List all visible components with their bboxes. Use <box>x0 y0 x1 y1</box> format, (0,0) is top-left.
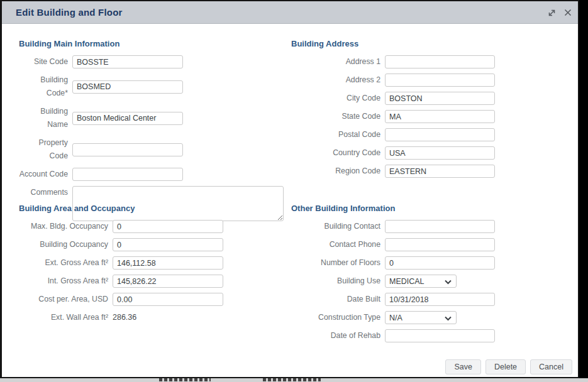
field-label: Building Contact <box>291 220 385 233</box>
field-label: Building Occupancy <box>19 238 113 251</box>
address-2-input[interactable] <box>385 74 495 87</box>
chevron-down-icon <box>445 276 452 287</box>
field-region-code: Region Code <box>291 165 499 178</box>
section-building-main-information: Building Main Information Site Code Buil… <box>19 39 286 226</box>
field-label: Property Code <box>19 136 72 163</box>
max-bldg-occupancy-input[interactable] <box>113 220 223 233</box>
field-label: Address 2 <box>291 74 385 87</box>
dialog-title: Edit Building and Floor <box>16 7 123 18</box>
edit-building-dialog: Edit Building and Floor <box>0 0 579 378</box>
field-number-of-floors: Number of Floors <box>291 256 499 270</box>
date-built-input[interactable] <box>385 293 495 306</box>
field-account-code: Account Code <box>19 168 286 181</box>
field-max-bldg-occupancy: Max. Bldg. Occupancy <box>19 220 286 233</box>
field-building-name: Building Name <box>19 105 286 131</box>
state-code-input[interactable] <box>385 110 495 123</box>
building-name-input[interactable] <box>72 112 183 125</box>
field-date-built: Date Built <box>291 293 499 306</box>
field-label: Max. Bldg. Occupancy <box>19 220 113 233</box>
field-label: Country Code <box>291 146 385 160</box>
field-label: Ext. Wall Area ft² <box>19 311 113 324</box>
city-code-input[interactable] <box>385 92 495 105</box>
field-building-occupancy: Building Occupancy <box>19 238 286 251</box>
building-use-value: MEDICAL <box>389 277 424 286</box>
save-button[interactable]: Save <box>445 359 481 374</box>
country-code-input[interactable] <box>385 146 495 160</box>
account-code-input[interactable] <box>72 168 183 181</box>
building-use-select[interactable]: MEDICAL <box>385 275 457 288</box>
field-property-code: Property Code <box>19 136 286 163</box>
address-1-input[interactable] <box>385 55 495 68</box>
field-construction-type: Construction Type N/A <box>291 311 499 324</box>
chevron-down-icon <box>445 312 452 324</box>
field-label: Cost per. Area, USD <box>19 293 113 306</box>
field-label: Contact Phone <box>291 238 385 251</box>
section-other-building-information: Other Building Information Building Cont… <box>291 204 499 347</box>
field-label: Address 1 <box>291 55 385 68</box>
field-int-gross-area: Int. Gross Area ft² <box>19 275 286 288</box>
field-contact-phone: Contact Phone <box>291 238 499 251</box>
field-label: Ext. Gross Area ft² <box>19 256 113 270</box>
background-page-sliver <box>0 378 588 382</box>
expand-icon[interactable] <box>546 8 557 18</box>
close-icon[interactable] <box>563 8 573 18</box>
page-backdrop: Edit Building and Floor <box>0 0 588 382</box>
dialog-footer: Save Delete Cancel <box>445 359 572 374</box>
cost-per-area-input[interactable] <box>113 293 223 306</box>
field-label: Site Code <box>19 55 72 68</box>
section-building-address: Building Address Address 1 Address 2 Cit… <box>291 39 499 183</box>
section-title: Other Building Information <box>291 204 499 213</box>
ext-gross-area-input[interactable] <box>113 256 223 270</box>
field-building-code: Building Code* <box>19 74 286 100</box>
field-label: Building Use <box>291 275 385 288</box>
field-building-use: Building Use MEDICAL <box>291 275 499 288</box>
field-label: Comments <box>19 186 72 199</box>
background-text-fragment <box>263 378 321 381</box>
background-text-fragment <box>159 378 211 381</box>
building-occupancy-input[interactable] <box>113 238 223 251</box>
contact-phone-input[interactable] <box>385 238 495 251</box>
field-country-code: Country Code <box>291 146 499 160</box>
building-contact-input[interactable] <box>385 220 495 233</box>
field-label: Building Code* <box>19 74 72 100</box>
int-gross-area-input[interactable] <box>113 275 223 288</box>
construction-type-value: N/A <box>389 314 402 322</box>
field-label: Int. Gross Area ft² <box>19 275 113 288</box>
section-title: Building Main Information <box>19 39 286 48</box>
postal-code-input[interactable] <box>385 128 495 141</box>
construction-type-select[interactable]: N/A <box>385 311 457 324</box>
building-code-input[interactable] <box>72 80 183 94</box>
field-label: Region Code <box>291 165 385 178</box>
date-of-rehab-input[interactable] <box>385 329 495 342</box>
field-label: Account Code <box>19 168 72 181</box>
field-label: Building Name <box>19 105 72 131</box>
field-label: Construction Type <box>291 311 385 324</box>
field-address-2: Address 2 <box>291 74 499 87</box>
field-label: City Code <box>291 92 385 105</box>
cancel-button[interactable]: Cancel <box>530 359 572 374</box>
property-code-input[interactable] <box>72 143 183 156</box>
field-postal-code: Postal Code <box>291 128 499 141</box>
field-date-of-rehab: Date of Rehab <box>291 329 499 342</box>
section-title: Building Area and Occupancy <box>19 204 286 213</box>
field-label: Number of Floors <box>291 256 385 270</box>
field-state-code: State Code <box>291 110 499 123</box>
field-label: Postal Code <box>291 128 385 141</box>
field-ext-gross-area: Ext. Gross Area ft² <box>19 256 286 270</box>
field-label: Date of Rehab <box>291 329 385 342</box>
section-title: Building Address <box>291 39 499 48</box>
number-of-floors-input[interactable] <box>385 256 495 270</box>
dialog-titlebar: Edit Building and Floor <box>2 1 578 24</box>
field-address-1: Address 1 <box>291 55 499 68</box>
field-label: State Code <box>291 110 385 123</box>
field-label: Date Built <box>291 293 385 306</box>
window-controls <box>546 1 573 24</box>
field-building-contact: Building Contact <box>291 220 499 233</box>
ext-wall-area-value: 286.36 <box>113 311 136 324</box>
field-ext-wall-area: Ext. Wall Area ft² 286.36 <box>19 311 286 324</box>
delete-button[interactable]: Delete <box>485 359 526 374</box>
field-cost-per-area: Cost per. Area, USD <box>19 293 286 306</box>
region-code-input[interactable] <box>385 165 495 178</box>
field-city-code: City Code <box>291 92 499 105</box>
site-code-input[interactable] <box>72 55 183 68</box>
